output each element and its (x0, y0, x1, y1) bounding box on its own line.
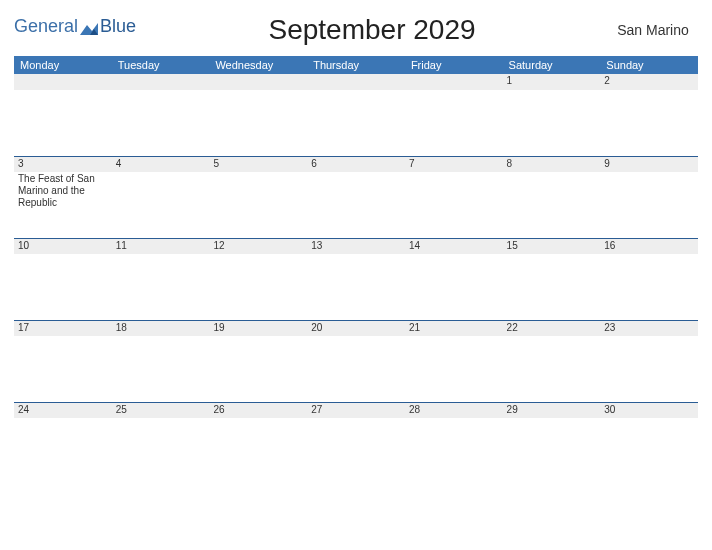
header: General Blue September 2029 San Marino (14, 8, 698, 46)
day-cell (600, 90, 698, 156)
day-number: 26 (209, 403, 307, 418)
day-number: 9 (600, 157, 698, 172)
day-number: 21 (405, 321, 503, 336)
day-number: 29 (503, 403, 601, 418)
day-cell (307, 418, 405, 458)
day-cell (503, 336, 601, 402)
day-number: 25 (112, 403, 210, 418)
day-number: 28 (405, 403, 503, 418)
day-cell: The Feast of San Marino and the Republic (14, 172, 112, 238)
day-cell (14, 418, 112, 458)
day-number (209, 74, 307, 90)
day-number: 18 (112, 321, 210, 336)
day-cell (503, 254, 601, 320)
day-number: 7 (405, 157, 503, 172)
day-cell (112, 90, 210, 156)
day-cell (112, 418, 210, 458)
page-title: September 2029 (136, 14, 608, 46)
day-cell (405, 418, 503, 458)
logo: General Blue (14, 16, 136, 37)
weekday-label: Thursday (307, 56, 405, 74)
calendar: Monday Tuesday Wednesday Thursday Friday… (14, 56, 698, 458)
week-row: The Feast of San Marino and the Republic (14, 172, 698, 238)
day-number: 23 (600, 321, 698, 336)
week-row (14, 336, 698, 402)
date-strip: 10 11 12 13 14 15 16 (14, 238, 698, 254)
day-number: 19 (209, 321, 307, 336)
day-cell (209, 336, 307, 402)
day-cell (307, 254, 405, 320)
day-number: 12 (209, 239, 307, 254)
day-cell (112, 172, 210, 238)
day-cell (307, 172, 405, 238)
day-cell (600, 254, 698, 320)
day-cell (503, 90, 601, 156)
date-strip: 3 4 5 6 7 8 9 (14, 156, 698, 172)
day-cell (209, 254, 307, 320)
day-number: 27 (307, 403, 405, 418)
week-row (14, 254, 698, 320)
date-strip: 24 25 26 27 28 29 30 (14, 402, 698, 418)
weekday-label: Tuesday (112, 56, 210, 74)
weekday-label: Saturday (503, 56, 601, 74)
day-number: 11 (112, 239, 210, 254)
weekday-header: Monday Tuesday Wednesday Thursday Friday… (14, 56, 698, 74)
day-number: 14 (405, 239, 503, 254)
day-number: 4 (112, 157, 210, 172)
day-number: 20 (307, 321, 405, 336)
day-cell (209, 90, 307, 156)
week-row (14, 90, 698, 156)
date-strip: 1 2 (14, 74, 698, 90)
day-cell (405, 172, 503, 238)
day-number: 3 (14, 157, 112, 172)
day-number (14, 74, 112, 90)
day-number: 16 (600, 239, 698, 254)
day-cell (600, 418, 698, 458)
day-cell (405, 90, 503, 156)
day-number (112, 74, 210, 90)
day-cell (503, 172, 601, 238)
day-number: 5 (209, 157, 307, 172)
day-number: 13 (307, 239, 405, 254)
day-cell (307, 90, 405, 156)
week-row (14, 418, 698, 458)
day-number: 30 (600, 403, 698, 418)
day-number: 24 (14, 403, 112, 418)
day-cell (600, 336, 698, 402)
day-number: 10 (14, 239, 112, 254)
weekday-label: Sunday (600, 56, 698, 74)
weekday-label: Monday (14, 56, 112, 74)
day-cell (503, 418, 601, 458)
day-cell (209, 418, 307, 458)
day-number (405, 74, 503, 90)
day-number: 8 (503, 157, 601, 172)
day-number: 17 (14, 321, 112, 336)
location-label: San Marino (608, 22, 698, 38)
day-number: 1 (503, 74, 601, 90)
day-number: 2 (600, 74, 698, 90)
day-cell (600, 172, 698, 238)
day-number: 6 (307, 157, 405, 172)
date-strip: 17 18 19 20 21 22 23 (14, 320, 698, 336)
day-cell (405, 254, 503, 320)
weekday-label: Friday (405, 56, 503, 74)
day-number: 15 (503, 239, 601, 254)
logo-text-general: General (14, 16, 78, 37)
day-number: 22 (503, 321, 601, 336)
day-number (307, 74, 405, 90)
logo-mark-icon (80, 21, 98, 35)
day-cell (209, 172, 307, 238)
day-cell (14, 90, 112, 156)
day-cell (307, 336, 405, 402)
weekday-label: Wednesday (209, 56, 307, 74)
logo-text-blue: Blue (100, 16, 136, 37)
day-cell (112, 336, 210, 402)
day-cell (405, 336, 503, 402)
day-cell (112, 254, 210, 320)
day-cell (14, 336, 112, 402)
day-cell (14, 254, 112, 320)
